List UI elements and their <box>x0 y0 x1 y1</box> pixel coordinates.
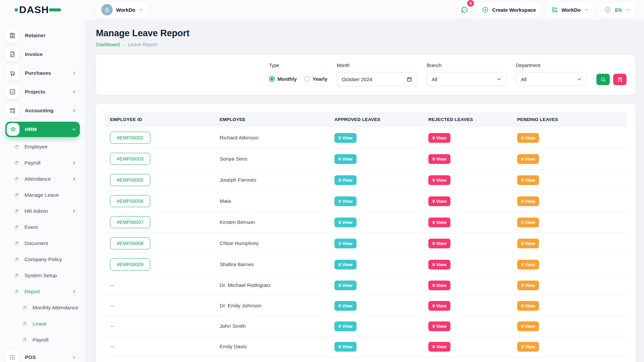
sidebar-subitem-employee[interactable]: Employee <box>5 139 80 155</box>
sidebar-subitem-company-policy[interactable]: Company Policy <box>5 251 80 267</box>
employee-id-chip[interactable]: #EMP00006 <box>110 195 150 207</box>
employee-id-chip[interactable]: #EMP00008 <box>110 237 150 249</box>
sidebar-item-invoice[interactable]: Invoice <box>5 45 80 64</box>
sidebar-subitem-event[interactable]: Event <box>5 219 80 235</box>
sidebar-subitem-report[interactable]: Report <box>5 284 80 300</box>
sidebar-subitem-manage-leave[interactable]: Manage Leave <box>5 187 80 203</box>
sidebar-subitem-label: Attendance <box>24 176 66 182</box>
branch-value: All <box>432 76 437 82</box>
topbar-actions: 0 Create Workspace WorkDo EN <box>457 2 635 17</box>
pending-leaves-badge[interactable]: 0 View <box>517 260 539 269</box>
rejected-leaves-badge[interactable]: 0 View <box>428 260 450 269</box>
rejected-leaves-badge[interactable]: 0 View <box>428 175 450 185</box>
pending-leaves-badge[interactable]: 0 View <box>517 281 539 290</box>
language-selector[interactable]: EN <box>599 2 635 17</box>
employee-id-chip[interactable]: #EMP00002 <box>110 132 150 144</box>
sidebar-item-retainer[interactable]: Retainer <box>5 26 80 45</box>
approved-leaves-badge[interactable]: 0 View <box>334 175 357 185</box>
pending-leaves-badge[interactable]: 0 View <box>517 239 539 248</box>
rejected-leaves-badge[interactable]: 0 View <box>428 301 450 311</box>
sidebar-subitem-payroll[interactable]: Payroll <box>5 155 80 171</box>
create-workspace-button[interactable]: Create Workspace <box>477 2 541 17</box>
messages-button[interactable]: 0 <box>457 2 472 17</box>
sidebar-item-label: POS <box>25 354 66 360</box>
sidebar-item-accounting[interactable]: Accounting <box>5 101 80 120</box>
breadcrumb-dashboard-link[interactable]: Dashboard <box>96 42 120 47</box>
radio-monthly[interactable]: Monthly <box>269 76 297 82</box>
sidebar-subitem-system-setup[interactable]: System Setup <box>5 267 80 284</box>
sidebar: Retainer Invoice Purchases Projects Acco… <box>0 19 85 362</box>
chevron-right-icon <box>72 71 76 75</box>
approved-leaves-badge[interactable]: 0 View <box>334 133 357 143</box>
sidebar-item-purchases[interactable]: Purchases <box>5 64 80 82</box>
bullet-icon <box>22 338 26 342</box>
approved-leaves-badge[interactable]: 0 View <box>334 281 357 290</box>
department-select[interactable]: All <box>516 72 587 86</box>
approved-leaves-badge[interactable]: 0 View <box>334 342 357 352</box>
sidebar-item-pos[interactable]: POS <box>5 348 80 362</box>
rejected-leaves-badge[interactable]: 0 View <box>428 239 450 248</box>
workspace-menu-label: WorkDo <box>561 7 581 13</box>
sidebar-item-label: Projects <box>25 89 66 95</box>
approved-leaves-badge[interactable]: 0 View <box>334 239 357 248</box>
employee-id-chip[interactable]: #EMP00009 <box>110 258 150 270</box>
pending-leaves-badge[interactable]: 0 View <box>517 196 539 206</box>
rejected-leaves-badge[interactable]: 0 View <box>428 133 450 143</box>
sidebar-subitem-attendance[interactable]: Attendance <box>5 171 80 187</box>
invoice-icon <box>5 47 19 61</box>
rejected-leaves-badge[interactable]: 0 View <box>428 196 450 206</box>
approved-leaves-badge[interactable]: 0 View <box>334 301 357 311</box>
sidebar-item-hrm[interactable]: HRM <box>5 122 80 137</box>
col-pending-leaves: PENDING LEAVES <box>512 112 627 127</box>
sidebar-subitem-document[interactable]: Document <box>5 235 80 251</box>
table-row: #EMP00007 Kirsten Benson 0 View 0 View 0… <box>105 212 627 233</box>
pending-leaves-badge[interactable]: 0 View <box>517 133 539 143</box>
sidebar-item-projects[interactable]: Projects <box>5 82 80 101</box>
logo-dot <box>15 8 18 11</box>
table-row: #EMP00008 Chloe Humphrey 0 View 0 View 0… <box>105 233 627 254</box>
pending-leaves-badge[interactable]: 0 View <box>517 175 539 185</box>
sidebar-item-label: HRM <box>25 126 66 132</box>
pending-leaves-badge[interactable]: 0 View <box>517 154 539 164</box>
sidebar-subitem-monthly-attendance[interactable]: Monthly Attendance <box>5 300 80 316</box>
employee-id-chip[interactable]: #EMP00005 <box>110 174 150 186</box>
rejected-leaves-badge[interactable]: 0 View <box>428 218 450 227</box>
pending-leaves-badge[interactable]: 0 View <box>517 218 539 227</box>
table-row: -- John Smith 0 View 0 View 0 View <box>105 316 627 337</box>
branch-select[interactable]: All <box>427 72 506 86</box>
approved-leaves-badge[interactable]: 0 View <box>334 196 357 206</box>
rejected-leaves-badge[interactable]: 0 View <box>428 342 450 352</box>
bullet-icon <box>22 306 26 310</box>
approved-leaves-badge[interactable]: 0 View <box>334 154 357 164</box>
pending-leaves-badge[interactable]: 0 View <box>517 301 539 311</box>
sidebar-subitem-hr-admin[interactable]: HR Admin <box>5 203 80 219</box>
dash-logo[interactable]: DASH <box>15 4 61 15</box>
employee-id-chip[interactable]: #EMP00007 <box>110 216 150 228</box>
bullet-icon <box>14 193 18 197</box>
search-button[interactable] <box>596 74 610 85</box>
approved-leaves-badge[interactable]: 0 View <box>334 321 357 331</box>
rejected-leaves-badge[interactable]: 0 View <box>428 321 450 331</box>
workspace-selector[interactable]: WorkDo <box>96 2 149 17</box>
rejected-leaves-badge[interactable]: 0 View <box>428 154 450 164</box>
radio-yearly[interactable]: Yearly <box>304 76 327 82</box>
rejected-leaves-badge[interactable]: 0 View <box>428 281 450 290</box>
bullet-icon <box>14 274 18 278</box>
pending-leaves-badge[interactable]: 0 View <box>517 321 539 331</box>
approved-leaves-badge[interactable]: 0 View <box>334 218 357 227</box>
table-row: -- Dr. Emily Johnson 0 View 0 View 0 Vie… <box>105 296 627 316</box>
workspace-menu-button[interactable]: WorkDo <box>546 2 594 17</box>
reset-filter-button[interactable] <box>613 74 627 85</box>
leave-report-table: EMPLOYEE ID EMPLOYEE APPROVED LEAVES REJ… <box>105 112 627 362</box>
sidebar-subitem-leave[interactable]: Leave <box>5 316 80 332</box>
chevron-down-icon <box>625 7 630 12</box>
month-input[interactable]: October 2024 <box>337 72 417 86</box>
col-employee-id: EMPLOYEE ID <box>105 112 214 127</box>
sidebar-subitem-payroll[interactable]: Payroll <box>5 332 80 348</box>
pending-leaves-badge[interactable]: 0 View <box>517 342 539 352</box>
bullet-icon <box>14 161 18 165</box>
approved-leaves-badge[interactable]: 0 View <box>334 260 357 269</box>
employee-id-chip: -- <box>110 341 115 352</box>
employee-id-chip[interactable]: #EMP00003 <box>110 153 150 165</box>
sidebar-subitem-label: Report <box>24 289 66 295</box>
